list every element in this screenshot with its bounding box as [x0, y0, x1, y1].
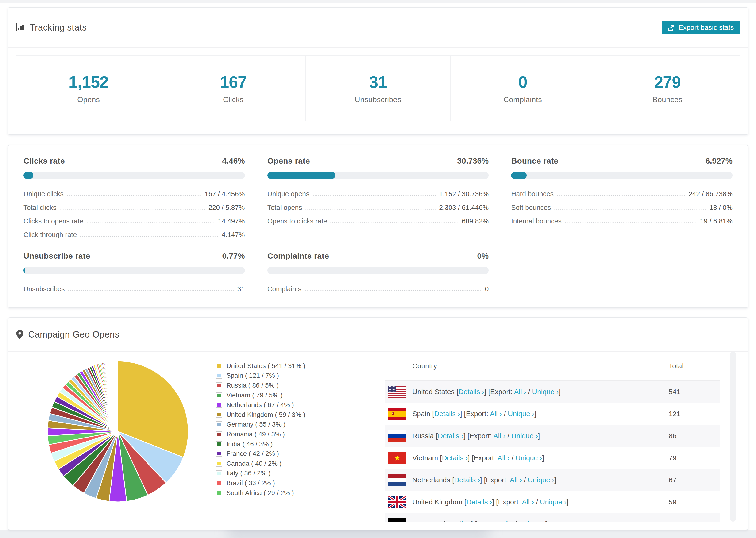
legend-swatch — [216, 393, 222, 398]
export-basic-stats-label: Export basic stats — [678, 24, 734, 31]
legend-item-germany: Germany ( 55 / 3% ) — [216, 420, 305, 430]
export-all-link[interactable]: All › — [501, 520, 513, 521]
export-unique-link[interactable]: Unique › — [515, 454, 542, 462]
dotted-leader — [557, 195, 685, 196]
dotted-leader — [305, 209, 436, 210]
flag-gb-icon — [388, 496, 406, 508]
legend-swatch — [216, 402, 222, 407]
geo-table-header-total: Total — [669, 362, 683, 370]
rate-detail-label: Opens to clicks rate — [267, 217, 327, 227]
rate-detail-row: Unsubscribes31 — [24, 281, 245, 295]
stat-box-unsubscribes: 31Unsubscribes — [306, 55, 451, 121]
rate-detail-value: 19 / 6.81% — [700, 217, 732, 227]
geo-row-total: 79 — [669, 454, 676, 462]
legend-label: Spain ( 121 / 7% ) — [226, 372, 279, 379]
rate-title: Complaints rate — [267, 251, 329, 260]
tracking-stats-header: Tracking stats Export basic stats — [8, 8, 748, 48]
stat-box-bounces: 279Bounces — [595, 55, 740, 121]
rate-progress-fill — [24, 267, 26, 274]
legend-swatch — [216, 471, 222, 476]
details-link[interactable]: Details › — [442, 454, 468, 462]
rate-detail-label: Hard bounces — [511, 190, 554, 199]
tracking-stats-title: Tracking stats — [16, 23, 87, 32]
flag-es-icon — [388, 408, 406, 420]
legend-label: France ( 42 / 2% ) — [226, 450, 279, 457]
stat-boxes-row: 1,152Opens167Clicks31Unsubscribes0Compla… — [16, 55, 740, 121]
geo-row-total: 67 — [669, 476, 676, 484]
export-all-link[interactable]: All › — [498, 454, 510, 462]
export-all-link[interactable]: All › — [510, 476, 522, 484]
details-link[interactable]: Details › — [454, 476, 480, 484]
legend-label: Vietnam ( 79 / 5% ) — [226, 392, 283, 399]
rate-detail-label: Complaints — [267, 285, 301, 295]
rate-detail-value: 18 / 0% — [710, 204, 732, 213]
rate-detail-row: Soft bounces18 / 0% — [511, 199, 732, 213]
rate-title: Clicks rate — [24, 156, 65, 166]
rate-detail-value: 2,303 / 61.446% — [439, 204, 489, 213]
rates-panel: Clicks rate4.46%Unique clicks167 / 4.456… — [8, 144, 748, 308]
legend-swatch — [216, 432, 222, 437]
legend-item-spain: Spain ( 121 / 7% ) — [216, 371, 305, 381]
dotted-leader — [313, 195, 436, 196]
geo-table-row-vietnam: Vietnam [Details ›] [Export: All › / Uni… — [385, 447, 720, 469]
legend-label: Romania ( 49 / 3% ) — [226, 430, 285, 438]
export-all-link[interactable]: All › — [514, 388, 526, 396]
rate-progress-bar — [267, 267, 489, 274]
stat-box-complaints: 0Complaints — [451, 55, 595, 121]
export-all-link[interactable]: All › — [493, 432, 506, 440]
rate-detail-value: 31 — [237, 285, 244, 295]
geo-row-total: 121 — [669, 410, 680, 418]
stat-label: Bounces — [652, 95, 682, 104]
details-link[interactable]: Details › — [466, 498, 492, 506]
details-link[interactable]: Details › — [434, 410, 460, 418]
campaign-stats-page: Tracking stats Export basic stats 1,152O… — [0, 0, 756, 538]
export-all-link[interactable]: All › — [522, 498, 534, 506]
export-unique-link[interactable]: Unique › — [512, 432, 538, 440]
legend-swatch — [216, 480, 222, 486]
dotted-leader — [87, 222, 215, 223]
legend-item-italy: Italy ( 36 / 2% ) — [216, 468, 305, 478]
export-unique-link[interactable]: Unique › — [532, 388, 559, 396]
rate-detail-label: Soft bounces — [511, 204, 551, 213]
export-unique-link[interactable]: Unique › — [540, 498, 567, 506]
rate-progress-bar — [24, 172, 245, 179]
dotted-leader — [80, 236, 218, 237]
table-scrollbar[interactable] — [730, 351, 736, 521]
export-unique-link[interactable]: Unique › — [519, 520, 545, 521]
stat-value: 279 — [654, 73, 681, 91]
geo-panel-header: Campaign Geo Opens — [8, 318, 748, 351]
rates-row-2: Unsubscribe rate0.77%Unsubscribes31Compl… — [8, 240, 748, 295]
geo-opens-table: Country Total United States [Details ›] … — [385, 351, 720, 521]
rate-detail-value: 1,152 / 30.736% — [439, 190, 489, 199]
geo-row-text: United Kingdom [Details ›] [Export: All … — [412, 498, 568, 506]
legend-label: United Kingdom ( 59 / 3% ) — [226, 411, 305, 418]
export-all-link[interactable]: All › — [490, 410, 502, 418]
geo-pie-chart-svg — [44, 357, 192, 506]
rate-value: 0% — [477, 251, 489, 260]
rate-detail-value: 0 — [485, 285, 489, 295]
dotted-leader — [67, 195, 201, 196]
legend-item-united-states: United States ( 541 / 31% ) — [216, 361, 305, 371]
stat-value: 167 — [220, 73, 247, 91]
rate-detail-label: Total opens — [267, 204, 302, 213]
export-unique-link[interactable]: Unique › — [528, 476, 554, 484]
rate-detail-label: Unique clicks — [24, 190, 64, 199]
export-unique-link[interactable]: Unique › — [508, 410, 534, 418]
geo-table-row-united-kingdom: United Kingdom [Details ›] [Export: All … — [385, 491, 720, 513]
rate-progress-fill — [511, 172, 526, 179]
rates-row-1: Clicks rate4.46%Unique clicks167 / 4.456… — [8, 145, 748, 240]
dotted-leader — [330, 222, 459, 223]
geo-panel-title-text: Campaign Geo Opens — [28, 330, 120, 340]
details-link[interactable]: Details › — [445, 520, 471, 521]
geo-pie-chart — [44, 357, 192, 506]
geo-table-row-spain: Spain [Details ›] [Export: All › / Uniqu… — [385, 403, 720, 425]
details-link[interactable]: Details › — [438, 432, 463, 440]
legend-label: Russia ( 86 / 5% ) — [226, 382, 279, 389]
legend-item-vietnam: Vietnam ( 79 / 5% ) — [216, 390, 305, 400]
details-link[interactable]: Details › — [459, 388, 484, 396]
export-basic-stats-button[interactable]: Export basic stats — [662, 21, 740, 34]
legend-label: Germany ( 55 / 3% ) — [226, 421, 286, 428]
legend-swatch — [216, 412, 222, 417]
geo-table-rows: United States [Details ›] [Export: All ›… — [385, 381, 720, 521]
rate-value: 30.736% — [457, 156, 489, 166]
